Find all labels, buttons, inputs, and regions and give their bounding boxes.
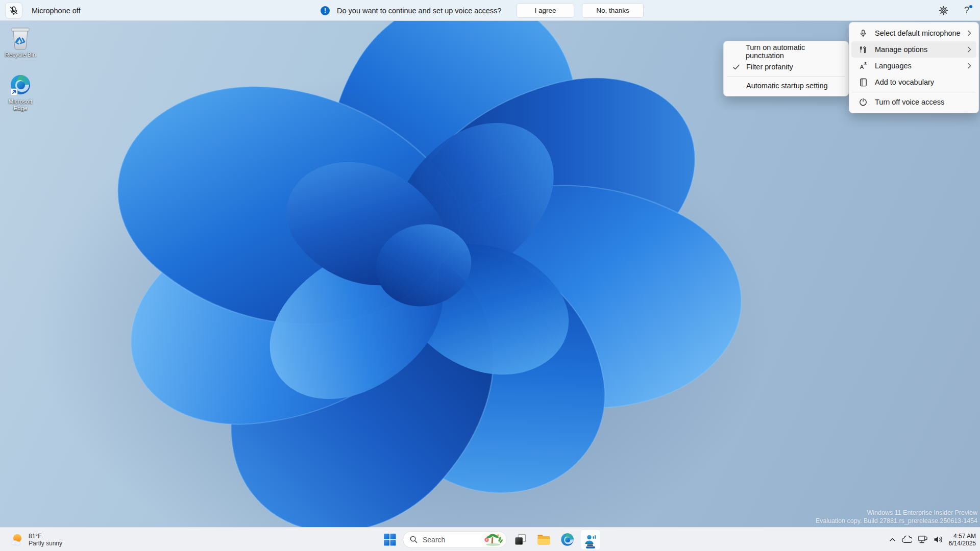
svg-text:A: A: [860, 64, 864, 70]
desktop-icon-recycle-bin[interactable]: Recycle Bin: [1, 27, 40, 58]
menu-item-label: Select default microphone: [875, 29, 967, 37]
voice-access-bar: Microphone off ! Do you want to continue…: [0, 0, 980, 21]
gear-icon: [939, 6, 948, 15]
microphone-icon: [857, 29, 869, 38]
weather-text: 81°F Partly sunny: [29, 533, 62, 547]
book-icon: [857, 78, 869, 87]
search-highlight-image: [481, 532, 505, 547]
info-icon: !: [321, 6, 330, 15]
clock-date: 6/14/2025: [949, 540, 976, 547]
microphone-off-icon: [9, 6, 19, 16]
menu-item-label: Turn on automatic punctuation: [746, 43, 841, 60]
menu-separator: [852, 92, 975, 92]
onedrive-tray-icon[interactable]: [901, 536, 912, 543]
system-tray: 4:57 AM 6/14/2025: [889, 528, 976, 551]
edge-icon: [560, 533, 574, 546]
watermark-line1: Windows 11 Enterprise Insider Preview: [816, 509, 977, 517]
desktop-icon-label: Microsoft Edge: [4, 98, 37, 112]
menu-item-languages[interactable]: A Languages: [851, 58, 976, 74]
tools-icon: [857, 45, 869, 54]
volume-tray-icon[interactable]: [933, 535, 943, 544]
voice-access-taskbar-button[interactable]: [580, 530, 601, 550]
menu-item-label: Automatic startup setting: [746, 82, 828, 90]
help-button[interactable]: ?: [960, 4, 974, 18]
power-icon: [857, 98, 869, 106]
desktop-icon-microsoft-edge[interactable]: Microsoft Edge: [1, 74, 40, 112]
setup-prompt-text: Do you want to continue and set up voice…: [337, 7, 501, 15]
search-box[interactable]: Search: [403, 531, 507, 548]
edge-taskbar-button[interactable]: [557, 530, 577, 550]
menu-item-label: Turn off voice access: [875, 98, 971, 106]
task-view-button[interactable]: [510, 530, 530, 550]
chevron-up-icon: [889, 537, 896, 542]
edge-icon: [10, 74, 31, 97]
mic-status-label: Microphone off: [32, 0, 81, 21]
search-label: Search: [423, 536, 481, 544]
menu-item-select-default-microphone[interactable]: Select default microphone: [851, 25, 976, 41]
recycle-bin-icon: [9, 27, 32, 50]
taskbar-clock[interactable]: 4:57 AM 6/14/2025: [949, 533, 976, 547]
chevron-right-icon: [967, 63, 971, 69]
weather-temperature: 81°F: [29, 533, 62, 540]
windows-logo-icon: [383, 533, 396, 546]
menu-item-add-to-vocabulary[interactable]: Add to vocabulary: [851, 74, 976, 90]
microphone-toggle-button[interactable]: [5, 2, 22, 19]
menu-separator: [727, 76, 845, 77]
checkmark-icon: [731, 64, 746, 70]
menu-item-label: Filter profanity: [746, 63, 793, 71]
file-explorer-icon: [537, 534, 551, 546]
voice-access-person-icon: [584, 533, 597, 546]
active-app-indicator: [586, 546, 595, 548]
weather-widget[interactable]: 81°F Partly sunny: [4, 528, 67, 551]
manage-options-submenu: Turn on automatic punctuation Filter pro…: [723, 41, 849, 96]
decline-button[interactable]: No, thanks: [582, 3, 644, 18]
weather-condition: Partly sunny: [29, 540, 62, 547]
watermark-line2: Evaluation copy. Build 27881.rs_prerelea…: [816, 517, 977, 525]
taskbar-center: Search: [379, 528, 601, 551]
cloud-icon: [901, 536, 912, 543]
help-icon: ?: [964, 5, 969, 16]
taskbar: 81°F Partly sunny Search: [0, 527, 980, 551]
setup-prompt: ! Do you want to continue and set up voi…: [321, 0, 501, 21]
menu-item-label: Manage options: [875, 45, 967, 54]
windows-desktop: { "voice_bar": { "mic_status": "Micropho…: [0, 0, 980, 551]
tray-chevron-button[interactable]: [889, 537, 896, 542]
menu-item-label: Languages: [875, 62, 967, 70]
voice-bar-controls: ?: [936, 0, 974, 21]
tropical-scene-icon: [483, 533, 503, 546]
task-view-icon: [514, 533, 527, 546]
evaluation-watermark: Windows 11 Enterprise Insider Preview Ev…: [816, 509, 977, 525]
ethernet-icon: [918, 535, 927, 544]
menu-item-automatic-startup-setting[interactable]: Automatic startup setting: [726, 78, 846, 93]
menu-item-turn-off-voice-access[interactable]: Turn off voice access: [851, 94, 976, 110]
chevron-right-icon: [967, 30, 971, 36]
desktop-icon-label: Recycle Bin: [5, 52, 36, 58]
clock-time: 4:57 AM: [953, 533, 976, 540]
menu-item-label: Add to vocabulary: [875, 78, 971, 86]
agree-button[interactable]: I agree: [517, 3, 574, 18]
search-icon: [410, 536, 418, 543]
settings-button[interactable]: [936, 4, 950, 18]
partly-sunny-icon: [9, 532, 24, 547]
file-explorer-button[interactable]: [533, 530, 554, 550]
help-notification-dot: [969, 5, 972, 8]
voice-access-settings-menu: Select default microphone Manage options…: [849, 22, 979, 113]
network-tray-icon[interactable]: [918, 535, 927, 544]
menu-item-turn-on-automatic-punctuation[interactable]: Turn on automatic punctuation: [726, 44, 846, 59]
chevron-right-icon: [967, 46, 971, 53]
menu-item-manage-options[interactable]: Manage options: [851, 41, 976, 58]
language-icon: A: [857, 62, 869, 70]
start-button[interactable]: [379, 530, 400, 550]
speaker-icon: [933, 535, 943, 544]
menu-item-filter-profanity[interactable]: Filter profanity: [726, 59, 846, 74]
